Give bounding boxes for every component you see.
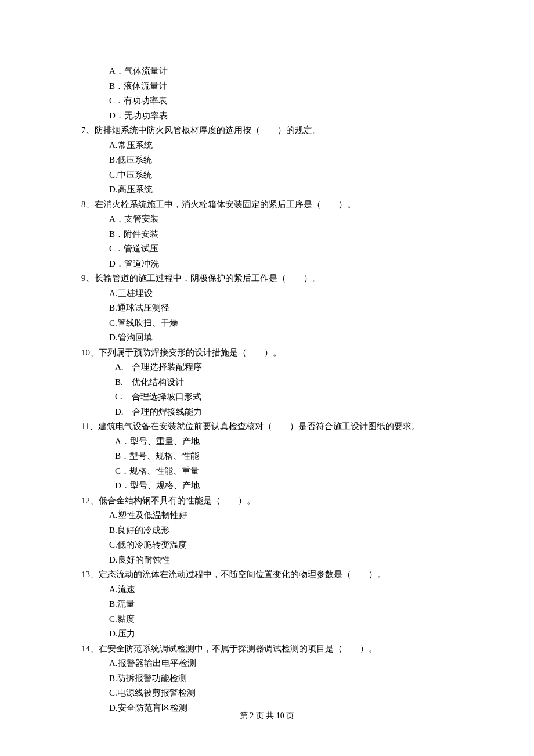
option: A．支管安装 [109, 212, 453, 227]
option: D. 合理的焊接线能力 [115, 405, 453, 420]
option: A．型号、重量、产地 [115, 434, 453, 449]
option: B.通球试压测径 [109, 301, 453, 316]
question-11: 11、建筑电气设备在安装就位前要认真检查核对（ ）是否符合施工设计图纸的要求。 … [81, 419, 453, 494]
page-content: A．气体流量计 B．液体流量计 C．有功功率表 D．无功功率表 7、防排烟系统中… [0, 0, 534, 715]
question-stem: 14、在安全防范系统调试检测中，不属于探测器调试检测的项目是（ ）。 [81, 642, 453, 657]
options: A．支管安装 B．附件安装 C．管道试压 D．管道冲洗 [81, 212, 453, 271]
option: D．无功功率表 [109, 109, 453, 124]
option: C.中压系统 [109, 168, 453, 183]
options: A.塑性及低温韧性好 B.良好的冷成形 C.低的冷脆转变温度 D.良好的耐蚀性 [81, 508, 453, 567]
options: A.常压系统 B.低压系统 C.中压系统 D.高压系统 [81, 138, 453, 197]
options: A．型号、重量、产地 B．型号、规格、性能 C．规格、性能、重量 D．型号、规格… [81, 434, 453, 494]
question-stem: 8、在消火栓系统施工中，消火栓箱体安装固定的紧后工序是（ ）。 [81, 197, 453, 213]
option: C.低的冷脆转变温度 [109, 538, 453, 553]
question-stem: 13、定态流动的流体在流动过程中，不随空间位置变化的物理参数是（ ）。 [81, 567, 453, 582]
option: D.管沟回填 [109, 330, 453, 345]
question-8: 8、在消火栓系统施工中，消火栓箱体安装固定的紧后工序是（ ）。 A．支管安装 B… [81, 197, 453, 272]
option: B．液体流量计 [109, 79, 453, 94]
option: D.高压系统 [109, 182, 453, 197]
page-footer: 第 2 页 共 10 页 [0, 709, 534, 723]
option: C．管道试压 [109, 242, 453, 257]
question-13: 13、定态流动的流体在流动过程中，不随空间位置变化的物理参数是（ ）。 A.流速… [81, 567, 453, 642]
option: C. 合理选择坡口形式 [115, 390, 453, 405]
option: A.三桩埋设 [109, 286, 453, 301]
continued-options-block: A．气体流量计 B．液体流量计 C．有功功率表 D．无功功率表 [81, 64, 453, 123]
option: D．型号、规格、产地 [115, 478, 453, 494]
option: B.良好的冷成形 [109, 523, 453, 538]
option: B．附件安装 [109, 227, 453, 242]
question-stem: 9、长输管道的施工过程中，阴极保护的紧后工作是（ ）。 [81, 271, 453, 286]
option: D.良好的耐蚀性 [109, 553, 453, 568]
option: C．规格、性能、重量 [115, 464, 453, 479]
question-9: 9、长输管道的施工过程中，阴极保护的紧后工作是（ ）。 A.三桩埋设 B.通球试… [81, 271, 453, 345]
option: B.防拆报警功能检测 [109, 671, 453, 686]
option: B.流量 [109, 597, 453, 612]
option: B. 优化结构设计 [115, 375, 453, 390]
option: A.报警器输出电平检测 [109, 656, 453, 671]
question-7: 7、防排烟系统中防火风管板材厚度的选用按（ ）的规定。 A.常压系统 B.低压系… [81, 123, 453, 197]
option: A.常压系统 [109, 138, 453, 153]
question-stem: 12、低合金结构钢不具有的性能是（ ）。 [81, 494, 453, 509]
option: A.塑性及低温韧性好 [109, 508, 453, 523]
option: C.电源线被剪报警检测 [109, 686, 453, 701]
options: A.报警器输出电平检测 B.防拆报警功能检测 C.电源线被剪报警检测 D.安全防… [81, 656, 453, 715]
question-10: 10、下列属于预防焊接变形的设计措施是（ ）。 A. 合理选择装配程序 B. 优… [81, 345, 453, 420]
option: A.流速 [109, 582, 453, 597]
question-14: 14、在安全防范系统调试检测中，不属于探测器调试检测的项目是（ ）。 A.报警器… [81, 642, 453, 716]
option: B.低压系统 [109, 153, 453, 168]
question-stem: 10、下列属于预防焊接变形的设计措施是（ ）。 [81, 345, 453, 361]
option: C.黏度 [109, 612, 453, 627]
options: A. 合理选择装配程序 B. 优化结构设计 C. 合理选择坡口形式 D. 合理的… [81, 360, 453, 419]
option: A. 合理选择装配程序 [115, 360, 453, 375]
option: D．管道冲洗 [109, 257, 453, 272]
option: C.管线吹扫、干燥 [109, 316, 453, 331]
options: A.流速 B.流量 C.黏度 D.压力 [81, 582, 453, 642]
option: C．有功功率表 [109, 93, 453, 109]
question-12: 12、低合金结构钢不具有的性能是（ ）。 A.塑性及低温韧性好 B.良好的冷成形… [81, 494, 453, 568]
question-stem: 11、建筑电气设备在安装就位前要认真检查核对（ ）是否符合施工设计图纸的要求。 [81, 419, 453, 434]
option: B．型号、规格、性能 [115, 449, 453, 464]
option: A．气体流量计 [109, 64, 453, 79]
options: A.三桩埋设 B.通球试压测径 C.管线吹扫、干燥 D.管沟回填 [81, 286, 453, 345]
question-stem: 7、防排烟系统中防火风管板材厚度的选用按（ ）的规定。 [81, 123, 453, 138]
option: D.压力 [109, 627, 453, 642]
